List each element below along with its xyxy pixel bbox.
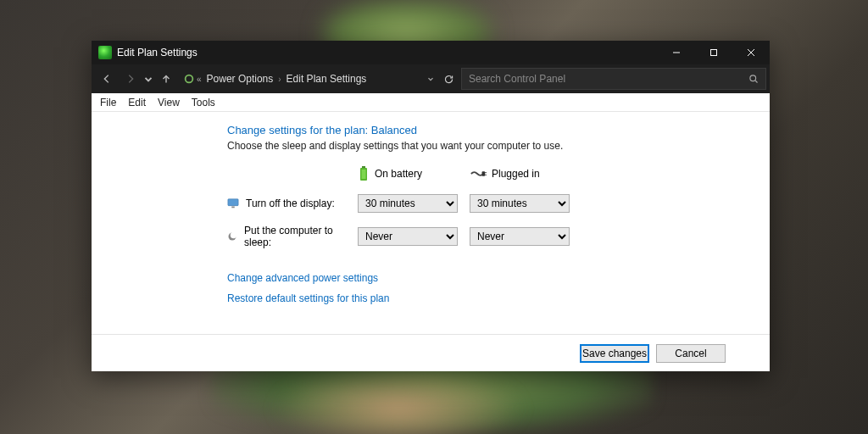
column-on-battery: On battery — [358, 165, 458, 182]
svg-rect-1 — [711, 50, 717, 56]
svg-rect-14 — [231, 207, 235, 209]
search-placeholder: Search Control Panel — [469, 73, 565, 85]
close-button[interactable] — [732, 41, 770, 64]
moon-icon — [227, 231, 237, 242]
chevron-right-icon: › — [278, 75, 281, 84]
settings-grid: On battery Plugged in — [227, 165, 770, 248]
titlebar[interactable]: Edit Plan Settings — [92, 41, 770, 64]
svg-line-6 — [755, 81, 757, 82]
link-advanced-settings[interactable]: Change advanced power settings — [227, 272, 770, 284]
app-icon — [98, 46, 112, 59]
window: Edit Plan Settings « Power — [92, 41, 770, 371]
row-display-label: Turn off the display: — [227, 198, 346, 209]
link-restore-defaults[interactable]: Restore default settings for this plan — [227, 292, 770, 304]
recent-dropdown-icon[interactable] — [142, 67, 154, 91]
row-sleep-label: Put the computer to sleep: — [227, 225, 346, 248]
svg-point-5 — [750, 75, 756, 81]
window-title: Edit Plan Settings — [117, 47, 198, 58]
plug-icon — [470, 169, 487, 179]
minimize-button[interactable] — [658, 41, 695, 64]
menubar: File Edit View Tools — [92, 93, 770, 112]
column-label-battery: On battery — [375, 168, 422, 180]
battery-icon — [358, 165, 370, 182]
display-plugged-select[interactable]: 30 minutes — [470, 194, 570, 213]
svg-rect-13 — [228, 199, 238, 206]
breadcrumb-item-power-options[interactable]: Power Options — [207, 73, 274, 85]
svg-point-16 — [231, 232, 237, 239]
up-button[interactable] — [154, 67, 178, 91]
back-button[interactable] — [95, 67, 119, 91]
breadcrumb[interactable]: « Power Options › Edit Plan Settings — [183, 73, 461, 85]
sleep-plugged-select[interactable]: Never — [470, 227, 570, 246]
menu-file[interactable]: File — [100, 97, 116, 108]
save-button[interactable]: Save changes — [580, 344, 649, 363]
breadcrumb-item-edit-plan[interactable]: Edit Plan Settings — [287, 73, 367, 85]
navbar: « Power Options › Edit Plan Settings Sea… — [92, 64, 770, 93]
svg-rect-10 — [482, 171, 486, 175]
search-input[interactable]: Search Control Panel — [461, 68, 766, 90]
page-subheading: Choose the sleep and display settings th… — [227, 140, 770, 152]
menu-edit[interactable]: Edit — [128, 97, 146, 108]
menu-tools[interactable]: Tools — [192, 97, 215, 108]
forward-button[interactable] — [119, 67, 142, 91]
refresh-icon[interactable] — [443, 74, 454, 85]
column-label-plugged: Plugged in — [492, 168, 540, 180]
cancel-button[interactable]: Cancel — [656, 344, 726, 363]
sleep-battery-select[interactable]: Never — [358, 227, 458, 246]
links-area: Change advanced power settings Restore d… — [227, 272, 770, 304]
column-plugged-in: Plugged in — [470, 168, 570, 180]
breadcrumb-root-icon: « — [183, 73, 202, 85]
svg-rect-7 — [362, 166, 365, 168]
page-heading: Change settings for the plan: Balanced — [227, 124, 770, 136]
chevron-down-icon[interactable] — [426, 75, 435, 83]
maximize-button[interactable] — [695, 41, 732, 64]
footer: Save changes Cancel — [92, 334, 770, 371]
content-area: Change settings for the plan: Balanced C… — [92, 112, 770, 334]
monitor-icon — [227, 198, 239, 209]
svg-rect-9 — [362, 170, 366, 179]
display-battery-select[interactable]: 30 minutes — [358, 194, 458, 213]
search-icon — [748, 74, 759, 84]
svg-point-4 — [186, 75, 193, 83]
menu-view[interactable]: View — [158, 97, 180, 108]
